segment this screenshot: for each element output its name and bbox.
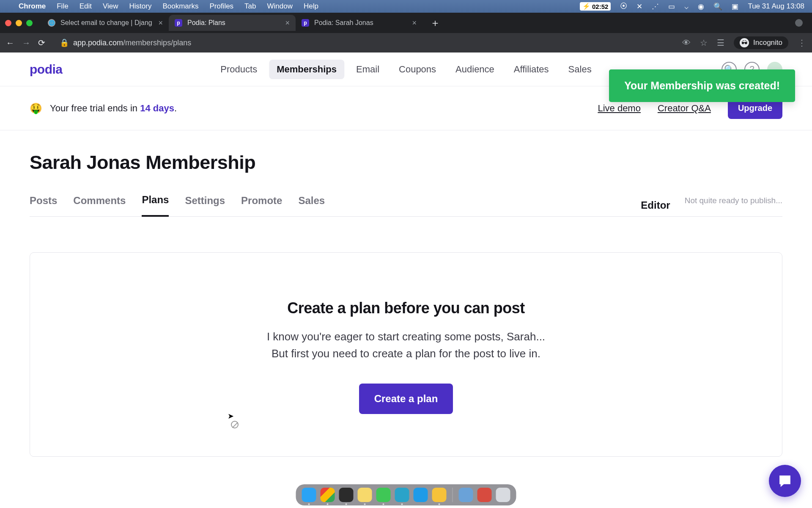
toast-success: Your Membership was created! bbox=[609, 69, 795, 102]
incognito-indicator[interactable]: 🕶 Incognito bbox=[734, 36, 788, 49]
address-bar[interactable]: 🔒 app.podia.com/memberships/plans bbox=[53, 36, 675, 50]
menu-file[interactable]: File bbox=[57, 2, 68, 11]
window-zoom-button[interactable] bbox=[26, 20, 33, 26]
tab-title: Podia: Sarah Jonas bbox=[314, 19, 373, 27]
menu-tab[interactable]: Tab bbox=[244, 2, 256, 11]
tab-promote[interactable]: Promote bbox=[241, 195, 282, 216]
macos-dock bbox=[296, 484, 516, 505]
page-content: Your Membership was created! podia Produ… bbox=[0, 52, 812, 508]
nav-coupons[interactable]: Coupons bbox=[391, 60, 444, 79]
chrome-toolbar: ← → ⟳ 🔒 app.podia.com/memberships/plans … bbox=[0, 33, 812, 52]
live-demo-link[interactable]: Live demo bbox=[598, 103, 641, 114]
tab-settings[interactable]: Settings bbox=[185, 195, 225, 216]
statusbar-tools-icon[interactable]: ✕ bbox=[636, 2, 642, 11]
tab-django-admin[interactable]: 🌐 Select email to change | Djang × bbox=[42, 15, 169, 31]
statusbar-wifi-icon[interactable]: ⌵ bbox=[684, 2, 689, 11]
publish-status-text[interactable]: Not quite ready to publish... bbox=[685, 196, 782, 215]
nav-sales[interactable]: Sales bbox=[561, 60, 599, 79]
statusbar-dots-icon[interactable]: ⋰ bbox=[652, 2, 659, 11]
dock-notes[interactable] bbox=[358, 488, 372, 502]
creator-qa-link[interactable]: Creator Q&A bbox=[658, 103, 711, 114]
globe-icon: 🌐 bbox=[48, 19, 55, 27]
statusbar-bolt-icon[interactable]: ⦿ bbox=[620, 2, 627, 11]
eye-off-icon[interactable]: 👁 bbox=[682, 38, 691, 48]
dock-parallels[interactable] bbox=[477, 488, 492, 502]
trial-text: Your free trial ends in 14 days. bbox=[50, 103, 177, 114]
forward-button[interactable]: → bbox=[22, 38, 30, 48]
podia-favicon-icon: p bbox=[302, 19, 309, 27]
window-minimize-button[interactable] bbox=[16, 20, 22, 26]
active-app-name[interactable]: Chrome bbox=[19, 2, 46, 11]
reload-button[interactable]: ⟳ bbox=[38, 38, 45, 48]
tab-plans[interactable]: Plans bbox=[142, 194, 169, 217]
reading-list-icon[interactable]: ☰ bbox=[717, 38, 724, 48]
chrome-tab-strip: 🌐 Select email to change | Djang × p Pod… bbox=[0, 13, 812, 33]
page-title: Sarah Jonas Membership bbox=[30, 152, 782, 174]
nav-memberships[interactable]: Memberships bbox=[269, 60, 344, 79]
window-close-button[interactable] bbox=[5, 20, 11, 26]
create-plan-button[interactable]: Create a plan bbox=[359, 384, 453, 414]
close-icon[interactable]: × bbox=[285, 19, 290, 28]
tab-title: Select email to change | Djang bbox=[60, 19, 152, 27]
menu-profiles[interactable]: Profiles bbox=[209, 2, 233, 11]
editor-link[interactable]: Editor bbox=[641, 199, 670, 211]
menu-view[interactable]: View bbox=[103, 2, 118, 11]
menu-history[interactable]: History bbox=[129, 2, 151, 11]
menu-window[interactable]: Window bbox=[267, 2, 293, 11]
dock-separator bbox=[453, 488, 453, 502]
podia-favicon-icon: p bbox=[175, 19, 182, 27]
close-icon[interactable]: × bbox=[412, 19, 417, 28]
statusbar-control-center-icon[interactable]: ◉ bbox=[698, 2, 704, 11]
dock-messages[interactable] bbox=[376, 488, 391, 502]
new-tab-button[interactable]: ＋ bbox=[430, 16, 440, 30]
dock-xscope[interactable] bbox=[395, 488, 409, 502]
statusbar-datetime[interactable]: Tue 31 Aug 13:08 bbox=[748, 2, 804, 11]
macos-menubar: Chrome File Edit View History Bookmarks … bbox=[0, 0, 812, 13]
podia-logo[interactable]: podia bbox=[30, 62, 63, 77]
money-face-icon: 🤑 bbox=[30, 102, 42, 114]
dock-pycharm[interactable] bbox=[432, 488, 447, 502]
tab-podia-sarah[interactable]: p Podia: Sarah Jonas × bbox=[296, 15, 422, 31]
tab-search-button[interactable] bbox=[795, 19, 803, 27]
statusbar-battery-icon[interactable]: ▭ bbox=[668, 2, 675, 11]
statusbar-spotlight-icon[interactable]: 🔍 bbox=[713, 2, 722, 11]
battery-status[interactable]: ⚡02:52 bbox=[580, 2, 611, 11]
window-controls bbox=[5, 20, 33, 26]
dock-chrome[interactable] bbox=[321, 488, 335, 502]
back-button[interactable]: ← bbox=[6, 38, 14, 48]
dock-terminal[interactable] bbox=[339, 488, 354, 502]
empty-state-card: Create a plan before you can post I know… bbox=[30, 252, 782, 457]
empty-heading: Create a plan before you can post bbox=[47, 299, 765, 317]
nav-email[interactable]: Email bbox=[348, 60, 387, 79]
dock-trash[interactable] bbox=[496, 488, 510, 502]
tab-comments[interactable]: Comments bbox=[73, 195, 126, 216]
toast-message: Your Membership was created! bbox=[624, 80, 780, 91]
menu-help[interactable]: Help bbox=[304, 2, 318, 11]
chrome-menu-icon[interactable]: ⋮ bbox=[798, 38, 806, 48]
tab-posts[interactable]: Posts bbox=[30, 195, 57, 216]
empty-description: I know you're eager to start creating so… bbox=[47, 328, 765, 362]
tab-podia-plans[interactable]: p Podia: Plans × bbox=[169, 15, 296, 31]
content-tabs: Posts Comments Plans Settings Promote Sa… bbox=[30, 194, 782, 217]
statusbar-siri-icon[interactable]: ▣ bbox=[732, 2, 738, 11]
menu-bookmarks[interactable]: Bookmarks bbox=[162, 2, 198, 11]
close-icon[interactable]: × bbox=[158, 19, 163, 28]
bookmark-star-icon[interactable]: ☆ bbox=[700, 38, 708, 48]
lock-icon: 🔒 bbox=[60, 38, 69, 47]
main-nav: Products Memberships Email Coupons Audie… bbox=[213, 60, 599, 79]
dock-folder[interactable] bbox=[459, 488, 473, 502]
tab-sales[interactable]: Sales bbox=[298, 195, 325, 216]
tab-title: Podia: Plans bbox=[187, 19, 225, 27]
chat-icon bbox=[777, 473, 793, 489]
nav-affiliates[interactable]: Affiliates bbox=[506, 60, 557, 79]
dock-finder[interactable] bbox=[302, 488, 316, 502]
dock-safari[interactable] bbox=[414, 488, 428, 502]
menu-edit[interactable]: Edit bbox=[80, 2, 92, 11]
nav-products[interactable]: Products bbox=[213, 60, 265, 79]
nav-audience[interactable]: Audience bbox=[448, 60, 502, 79]
intercom-launcher[interactable] bbox=[769, 465, 801, 497]
incognito-icon: 🕶 bbox=[740, 38, 749, 47]
